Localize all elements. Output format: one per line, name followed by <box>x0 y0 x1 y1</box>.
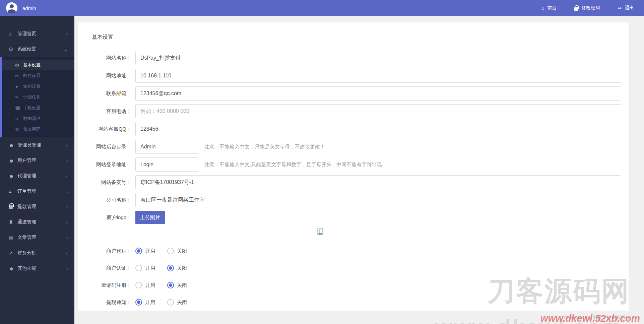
radio-label: 开启 <box>145 282 155 288</box>
chevron-left-icon: ‹ <box>66 251 68 256</box>
envelope-icon: ✉ <box>15 73 23 78</box>
home-icon: ⌂ <box>541 6 544 10</box>
submenu-item-cron-tasks[interactable]: ✎ 计划任务 <box>2 92 74 103</box>
submenu-item-change-password[interactable]: ⚒ 修改密码 <box>2 124 74 135</box>
radio-label: 关闭 <box>177 248 187 254</box>
radio-option-off[interactable]: 关闭 <box>167 299 187 306</box>
radio-selected[interactable] <box>167 282 174 288</box>
radio-option-off[interactable]: 关闭 <box>167 265 187 271</box>
radio-label: 开启 <box>145 248 155 254</box>
chevron-left-icon: ‹ <box>66 266 68 271</box>
contact-email-input[interactable] <box>135 86 621 101</box>
field-label: 网站地址： <box>91 73 131 79</box>
settings-card: 基本设置 网站名称： 网站地址： 联系邮箱： 客服电话： 网站客服QQ： <box>78 22 629 311</box>
change-password-label: 修改密码 <box>581 5 600 11</box>
sidebar-item-agent-management[interactable]: ☻ 代理管理 ‹ <box>0 168 74 184</box>
chevron-left-icon: ‹ <box>66 174 68 179</box>
field-label: 商户logo： <box>91 214 131 221</box>
sidebar-item-system-settings[interactable]: ⚙ 系统设置 ⌄ <box>0 42 74 57</box>
radio-label: 关闭 <box>177 299 187 306</box>
lock-icon <box>574 7 578 11</box>
field-label: 网站登录地址： <box>91 161 131 168</box>
form-row-withdraw-notify: 提现通知： 开启 关闭 <box>91 299 621 306</box>
sidebar-item-label: 文章管理 <box>17 235 66 241</box>
radio-selected[interactable] <box>135 248 142 254</box>
radio-unselected[interactable] <box>135 265 142 271</box>
submenu-item-label: 短信设置 <box>23 83 41 89</box>
submenu-item-label: 数据清理 <box>23 116 41 122</box>
radio-option-on[interactable]: 开启 <box>135 282 155 288</box>
sidebar-item-dashboard[interactable]: ⌂ 管理首页 ‹ <box>0 26 74 42</box>
site-url-input[interactable] <box>135 69 621 83</box>
submenu-item-mail-settings[interactable]: ✉ 邮件设置 <box>2 70 74 81</box>
sidebar-item-user-management[interactable]: ☻ 用户管理 ‹ <box>0 153 74 168</box>
radio-option-on[interactable]: 开启 <box>135 248 155 254</box>
upload-image-button[interactable]: 上传图片 <box>135 211 165 224</box>
sidebar-item-order-management[interactable]: ≡ 订单管理 ‹ <box>0 184 74 199</box>
sidebar-item-label: 代理管理 <box>17 173 66 179</box>
sidebar-item-label: 系统设置 <box>17 46 64 52</box>
site-name-input[interactable] <box>135 51 621 65</box>
form-row-merchant-logo: 商户logo： 上传图片 <box>91 211 621 224</box>
radio-selected[interactable] <box>135 299 142 306</box>
form-row-admin-dir: 网站后台目录： 注意：不能输入中文，只能是英文字母，不建议更改！ <box>91 140 621 154</box>
field-note: 注意：不能输入中文，只能是英文字母，不建议更改！ <box>204 144 325 150</box>
form-row-service-phone: 客服电话： <box>91 104 621 118</box>
service-qq-input[interactable] <box>135 122 621 136</box>
sidebar-item-article-management[interactable]: ▤ 文章管理 ‹ <box>0 230 74 245</box>
radio-unselected[interactable] <box>167 248 174 254</box>
admin-dir-input[interactable] <box>135 140 198 154</box>
sidebar-item-label: 通道管理 <box>17 219 66 225</box>
radio-option-off[interactable]: 关闭 <box>167 248 187 254</box>
service-phone-input[interactable] <box>135 104 621 118</box>
frontend-link-label: 前台 <box>547 5 557 11</box>
home-icon: ⌂ <box>9 31 17 37</box>
submenu-item-sms-settings[interactable]: ➤ 短信设置 <box>2 81 74 92</box>
sidebar-item-admin-management[interactable]: ☻ 管理员管理 ‹ <box>0 137 74 153</box>
field-label: 商户认证： <box>91 265 131 271</box>
broken-image-icon <box>317 228 324 236</box>
sidebar-item-other-functions[interactable]: ☻ 其他功能 ‹ <box>0 261 74 276</box>
submenu-item-mobile-settings[interactable]: ☎ 手机设置 <box>2 103 74 113</box>
radio-label: 关闭 <box>177 265 187 271</box>
radio-option-on[interactable]: 开启 <box>135 299 155 306</box>
radio-option-off[interactable]: 关闭 <box>167 282 187 288</box>
sidebar-item-label: 用户管理 <box>17 157 66 164</box>
topbar-user-area[interactable]: admin <box>6 2 36 14</box>
lock-icon <box>9 204 17 210</box>
wrench-icon: ⚒ <box>15 127 23 132</box>
company-name-input[interactable] <box>135 193 621 207</box>
logout-link[interactable]: ↦ 退出 <box>618 5 634 11</box>
logo-preview <box>317 228 621 236</box>
submenu-item-label: 手机设置 <box>23 105 41 111</box>
sidebar-item-withdrawal-management[interactable]: 提款管理 ‹ <box>0 199 74 214</box>
chart-line-icon: ↗ <box>9 250 17 256</box>
system-settings-submenu: ⚙ 基本设置 ✉ 邮件设置 ➤ 短信设置 ✎ 计划任务 ☎ 手机设置 ∪ 数据清… <box>0 57 74 137</box>
submenu-item-basic-settings[interactable]: ⚙ 基本设置 <box>2 60 74 70</box>
submenu-item-data-cleanup[interactable]: ∪ 数据清理 <box>2 113 74 124</box>
change-password-link[interactable]: 修改密码 <box>574 5 600 11</box>
paper-plane-icon: ➤ <box>15 84 23 89</box>
chevron-left-icon: ‹ <box>66 143 68 148</box>
field-label: 联系邮箱： <box>91 90 131 97</box>
frontend-link[interactable]: ⌂ 前台 <box>541 5 557 11</box>
user-circle-icon: ☻ <box>9 266 17 271</box>
radio-option-on[interactable]: 开启 <box>135 265 155 271</box>
radio-unselected[interactable] <box>135 282 142 288</box>
radio-selected[interactable] <box>167 265 174 271</box>
edit-icon: ✎ <box>15 95 23 100</box>
sidebar-item-channel-management[interactable]: ♜ 通道管理 ‹ <box>0 214 74 230</box>
sidebar-item-label: 其他功能 <box>17 265 66 271</box>
sidebar-item-finance-analysis[interactable]: ↗ 财务分析 ‹ <box>0 245 74 261</box>
user-avatar <box>6 2 17 14</box>
book-icon: ▤ <box>9 235 17 241</box>
login-url-input[interactable] <box>135 157 198 172</box>
chevron-left-icon: ‹ <box>66 204 68 209</box>
topbar-nav: ⌂ 前台 修改密码 ↦ 退出 <box>541 5 634 11</box>
main-content: 基本设置 网站名称： 网站地址： 联系邮箱： 客服电话： 网站客服QQ： <box>74 16 644 324</box>
radio-unselected[interactable] <box>167 299 174 306</box>
radio-label: 关闭 <box>177 282 187 288</box>
form-row-login-url: 网站登录地址： 注意：不能输入中文,只能是英文字母和数字，且字母开头，中间不能有… <box>91 157 621 172</box>
users-icon: ☻ <box>9 158 17 164</box>
icp-number-input[interactable] <box>135 175 621 189</box>
